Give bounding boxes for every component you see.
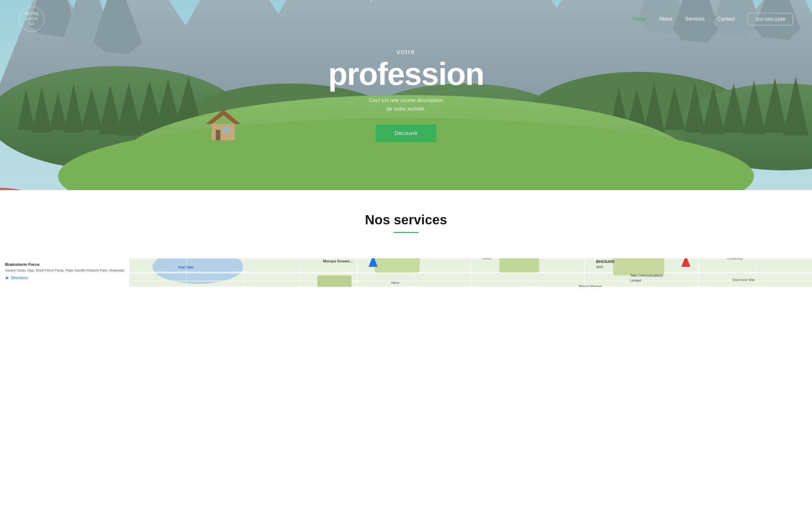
nav-link-about[interactable]: About	[659, 16, 672, 21]
svg-rect-75	[317, 275, 351, 287]
svg-text:University: University	[727, 258, 743, 260]
svg-text:Limited: Limited	[630, 279, 641, 282]
services-divider	[393, 232, 419, 233]
svg-rect-76	[499, 258, 539, 273]
hero-section: VOTRE LOGO ICI Home About Services Conta…	[0, 0, 812, 190]
hero-cta-button[interactable]: Découvrir	[375, 124, 437, 142]
phone-button[interactable]: 202-555-0188	[748, 13, 793, 25]
directions-button[interactable]: ➤ Directions	[5, 275, 28, 281]
svg-rect-77	[613, 258, 664, 275]
map-section: Brainstorm Force Vasant Utsav, Opp. Shel…	[0, 258, 812, 287]
nav-link-contact[interactable]: Contact	[717, 16, 734, 21]
svg-text:चिंचवड: चिंचवड	[482, 258, 491, 260]
logo: VOTRE LOGO ICI	[19, 6, 44, 32]
nav-link-home[interactable]: Home	[633, 16, 647, 21]
directions-icon: ➤	[5, 275, 9, 281]
svg-text:Irsai Dam: Irsai Dam	[178, 265, 193, 269]
nav-item-home[interactable]: Home	[633, 16, 647, 22]
map-info-panel: Brainstorm Force Vasant Utsav, Opp. Shel…	[0, 258, 130, 287]
directions-label: Directions	[11, 276, 28, 280]
map-address: Vasant Utsav, Opp. Shell Petrol Pump, Ra…	[5, 268, 124, 273]
map-visual[interactable]: Irsai Dam	[130, 258, 812, 287]
svg-text:BHOSARI: BHOSARI	[596, 260, 614, 264]
svg-text:Tata Communications: Tata Communications	[630, 274, 663, 277]
nav-item-about[interactable]: About	[659, 16, 672, 22]
hero-title: profession	[162, 58, 650, 90]
nav-item-contact[interactable]: Contact	[717, 16, 734, 22]
map-container: Brainstorm Force Vasant Utsav, Opp. Shel…	[0, 258, 812, 287]
nav-phone[interactable]: 202-555-0188	[748, 13, 793, 25]
nav-link-services[interactable]: Services	[685, 16, 705, 21]
nav-item-services[interactable]: Services	[685, 16, 705, 22]
hero-content: votre profession Ceci est une courte des…	[162, 48, 650, 142]
map-business-name: Brainstorm Force	[5, 262, 124, 267]
hero-description: Ceci est une courte description de votre…	[162, 96, 650, 113]
services-title: Nos services	[19, 212, 793, 228]
services-section: Nos services	[0, 190, 812, 258]
svg-rect-74	[374, 258, 420, 273]
svg-text:भोसरी: भोसरी	[596, 265, 603, 269]
navbar: VOTRE LOGO ICI Home About Services Conta…	[0, 0, 812, 38]
nav-links: Home About Services Contact 202-555-0188	[633, 13, 793, 25]
svg-text:Nere: Nere	[391, 280, 399, 285]
hero-subtitle: votre	[162, 48, 650, 56]
svg-text:Diamond Wat: Diamond Wat	[732, 278, 755, 282]
svg-text:Moraya Gosavi...: Moraya Gosavi...	[323, 259, 352, 263]
svg-text:Pimpri Market: Pimpri Market	[579, 284, 602, 287]
